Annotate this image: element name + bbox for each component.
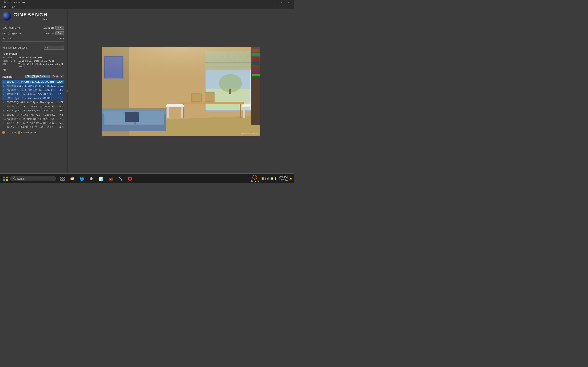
logo-area: CINEBENCH R23	[2, 11, 64, 22]
svg-rect-16	[240, 104, 242, 118]
svg-rect-38	[191, 94, 202, 102]
system-tray: 🔼 | 🔊 📶 🔋	[261, 177, 277, 180]
os-value: Windows 10, 64 Bit, Single Language (bui…	[18, 63, 64, 68]
single-core-label: CPU (Single Core)	[2, 32, 45, 35]
identical-system-legend: Identical System	[18, 131, 36, 134]
cores-label: Cores x GHz	[2, 60, 18, 62]
rank-list-item[interactable]: 4. 4C/8T @ 4.2 GHz, Intel Core i7-7700K …	[2, 92, 64, 96]
rank-score: 945	[57, 114, 63, 116]
app3-button[interactable]: 🔧	[116, 175, 125, 183]
ranking-controls: CPU (Single Core) Details ▼	[26, 75, 64, 78]
svg-rect-18	[167, 107, 169, 118]
rank-score: 959	[57, 109, 63, 112]
app2-button[interactable]: 💼	[106, 175, 115, 183]
rank-list-item[interactable]: 9. 16C/32T @ 3.4 GHz, AMD Ryzen Threadri…	[2, 113, 64, 117]
close-button[interactable]: ✕	[286, 0, 292, 5]
multi-core-value: 19621 pts	[43, 26, 54, 29]
browser-button[interactable]: 🌐	[77, 175, 86, 183]
rank-list-item[interactable]: 7. 24C/48T @ 2.7 GHz, Intel Xeon W-3265M…	[2, 105, 64, 108]
clock-date: 3/8/2024	[279, 179, 288, 182]
system-section-title: Your System	[2, 52, 64, 55]
rank-name: 4C/8T @ 1.69 GHz, 11th Gen Intel Core i7…	[7, 89, 57, 91]
rank-name: 32C/64T @ 3 GHz, AMD Ryzen Threadripper …	[7, 101, 57, 104]
temperature-indicator: 37° Có nắng	[250, 175, 259, 183]
rank-score: 1058	[57, 105, 63, 108]
rank-number: 7.	[3, 106, 7, 108]
cores-row: Cores x GHz 16 Cores, 22 Threads @ 3.08 …	[2, 60, 64, 62]
start-button[interactable]	[2, 175, 9, 182]
render-preview: www.renderbaron.de	[102, 47, 260, 136]
taskbar: Search 📁 🌐 ⚙ 📊 💼 🔧 ⭕ 37° Có nắng 🔼 | 🔊 �	[0, 173, 294, 184]
rank-list-item[interactable]: 2. 4C/8T @ 2.81 GHz, 11th Gen Intel Core…	[2, 84, 64, 88]
identical-system-legend-label: Identical System	[21, 131, 36, 134]
app1-button[interactable]: 📊	[96, 175, 106, 183]
app-title: CINEBENCH R23.200	[2, 1, 25, 4]
menu-file[interactable]: File	[1, 5, 7, 9]
logo-name: CINEBENCH	[13, 12, 48, 17]
rank-name: 8C/16T @ 3.4 GHz, AMD Ryzen 7 1700X Eigh…	[7, 109, 57, 112]
maximize-button[interactable]: □	[279, 0, 285, 5]
rank-list-item[interactable]: 8. 8C/16T @ 3.4 GHz, AMD Ryzen 7 1700X E…	[2, 109, 64, 113]
rank-number: 6.	[3, 101, 7, 104]
rank-list-item[interactable]: 5. 8C/16T @ 2.3 GHz, Intel Core i9-9880H…	[2, 96, 64, 100]
info-row: Info	[2, 69, 64, 71]
rank-list-item[interactable]: 3. 4C/8T @ 1.69 GHz, 11th Gen Intel Core…	[2, 88, 64, 92]
mp-ratio-label: MP Ratio	[2, 37, 57, 40]
min-duration-dropdown[interactable]: Off	[44, 46, 64, 50]
taskbar-search[interactable]: Search	[10, 176, 56, 181]
rank-name: 12C/24T @ 2.7 GHz, Intel Xeon CPU E5-269…	[7, 122, 57, 124]
settings-button[interactable]: ⚙	[87, 175, 96, 183]
svg-rect-28	[136, 111, 164, 125]
logo-text: CINEBENCH R23	[13, 12, 48, 20]
rank-score: 1382	[57, 89, 63, 91]
ranking-type-dropdown[interactable]: CPU (Single Core)	[26, 75, 50, 78]
multi-core-label: CPU (Multi Core)	[2, 26, 43, 29]
rank-name: 12C/24T @ 2.66 GHz, Intel Xeon CPU X5650	[7, 126, 57, 128]
minimize-button[interactable]: —	[272, 0, 278, 5]
svg-rect-29	[125, 112, 138, 122]
rank-number: 11.	[3, 122, 7, 124]
rank-score: 750	[57, 118, 63, 120]
ranking-title: Ranking	[2, 75, 12, 78]
rank-name: 8C/16T @ 2.3 GHz, Intel Core i9-9880H CP…	[7, 97, 57, 100]
taskbar-right: 37° Có nắng 🔼 | 🔊 📶 🔋 2:46 PM 3/8/2024 🔔	[250, 175, 292, 183]
logo-version: R23	[13, 17, 48, 20]
app4-button[interactable]: ⭕	[125, 175, 135, 183]
task-view-icon	[61, 177, 65, 181]
rank-name: 16C/22T @ 3.08 GHz, Intel Core Ultra 9 1…	[7, 81, 57, 83]
system-section: Your System Processor Intel Core Ultra 9…	[2, 52, 64, 72]
rank-number: 3.	[3, 89, 7, 91]
svg-rect-20	[167, 104, 183, 106]
svg-rect-22	[243, 107, 245, 118]
rank-list-item[interactable]: 6. 32C/64T @ 3 GHz, AMD Ryzen Threadripp…	[2, 100, 64, 104]
file-explorer-button[interactable]: 📁	[68, 175, 77, 183]
your-score-color	[2, 131, 5, 134]
identical-system-color	[18, 131, 20, 134]
cores-value: 16 Cores, 22 Threads @ 3.08 GHz	[18, 60, 54, 62]
rank-number: 8.	[3, 110, 7, 112]
info-label: Info	[2, 69, 18, 71]
os-label: OS	[2, 63, 18, 68]
scores-section: CPU (Multi Core) 19621 pts Start CPU (Si…	[2, 25, 64, 44]
rank-list-item[interactable]: 10. 4C/8T @ 2.3 GHz, Intel Core i7-4850H…	[2, 117, 64, 121]
svg-rect-19	[181, 107, 183, 118]
render-svg	[102, 47, 260, 136]
title-bar-controls: — □ ✕	[272, 0, 292, 5]
details-button[interactable]: Details ▼	[51, 75, 64, 78]
start-single-button[interactable]: Start	[55, 31, 64, 35]
ranking-header: Ranking CPU (Single Core) Details ▼	[2, 75, 64, 78]
rank-list-item[interactable]: 12. 12C/24T @ 2.66 GHz, Intel Xeon CPU X…	[2, 125, 64, 129]
mp-ratio-row: MP Ratio 10.30 x	[2, 37, 64, 42]
ranking-list: 1. 16C/22T @ 3.08 GHz, Intel Core Ultra …	[2, 80, 64, 129]
svg-point-43	[13, 177, 15, 179]
rank-number: 12.	[3, 126, 7, 128]
rank-list-item[interactable]: 11. 12C/24T @ 2.7 GHz, Intel Xeon CPU E5…	[2, 121, 64, 125]
title-bar-left: CINEBENCH R23.200	[2, 1, 25, 4]
clock[interactable]: 2:46 PM 3/8/2024	[279, 175, 288, 182]
clock-time: 2:46 PM	[279, 175, 288, 179]
menu-help[interactable]: Help	[10, 5, 16, 9]
rank-list-item[interactable]: 1. 16C/22T @ 3.08 GHz, Intel Core Ultra …	[2, 80, 64, 84]
start-multi-button[interactable]: Start	[55, 26, 64, 30]
task-view-button[interactable]	[58, 175, 67, 183]
multi-core-row: CPU (Multi Core) 19621 pts Start	[2, 25, 64, 30]
